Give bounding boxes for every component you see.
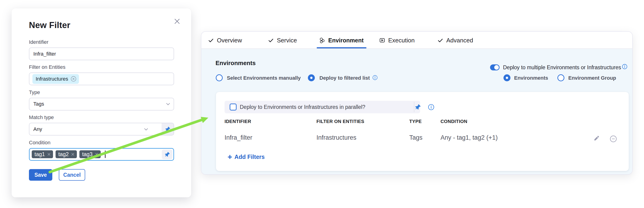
pin-icon	[164, 126, 171, 132]
identifier-label: Identifier	[29, 39, 48, 46]
pin-icon[interactable]	[414, 104, 421, 110]
condition-tag-chip: tag2 ×	[56, 150, 77, 158]
execution-icon	[379, 37, 385, 43]
col-header-identifier: IDENTIFIER	[224, 118, 251, 124]
match-type-pin-button[interactable]	[162, 123, 174, 135]
environment-group-radio-label: Environment Group	[568, 74, 616, 82]
stage-tabbar: Overview Service Environment Execution	[202, 32, 632, 49]
tab-environment[interactable]: Environment	[319, 32, 364, 49]
entities-chip-label: Infrastructures	[36, 76, 68, 82]
plus-icon: +	[228, 153, 232, 161]
stage-config-panel: Overview Service Environment Execution	[201, 31, 633, 175]
filters-card: Deploy to Environments or Infrastructure…	[216, 92, 629, 171]
check-icon	[208, 38, 214, 43]
tab-service[interactable]: Service	[268, 32, 297, 49]
row-type: Tags	[409, 134, 422, 142]
deploy-parallel-label: Deploy to Environments or Infrastructure…	[240, 104, 365, 110]
type-select[interactable]: Tags	[29, 98, 174, 110]
toggle-knob	[494, 65, 499, 70]
chevron-down-icon	[165, 101, 171, 107]
text-cursor	[105, 150, 106, 158]
deploy-to-filtered-list-label: Deploy to filtered list	[320, 74, 370, 82]
select-environments-manually-radio[interactable]	[216, 74, 223, 81]
close-icon[interactable]	[174, 18, 181, 25]
remove-tag-icon[interactable]: ×	[47, 151, 51, 157]
tab-overview[interactable]: Overview	[208, 32, 242, 49]
filter-on-entities-label: Filter on Entities	[29, 64, 66, 70]
identifier-field[interactable]: Infra_filter	[29, 48, 174, 60]
remove-chip-icon[interactable]	[70, 76, 76, 82]
identifier-value: Infra_filter	[30, 51, 56, 57]
environments-heading: Environments	[216, 60, 256, 67]
row-condition: Any - tag1, tag2 (+1)	[440, 134, 498, 142]
match-type-value: Any	[30, 126, 42, 132]
modal-title: New Filter	[29, 20, 70, 30]
check-icon	[268, 38, 274, 43]
entities-chip: Infrastructures	[32, 74, 79, 84]
condition-pin-button[interactable]	[162, 150, 172, 159]
select-environments-manually-label: Select Environments manually	[227, 74, 301, 82]
condition-field[interactable]: tag1 × tag2 × tag3 ×	[29, 148, 174, 161]
deploy-multiple-toggle[interactable]	[490, 64, 500, 70]
chevron-down-icon	[143, 126, 149, 132]
match-type-label: Match type	[29, 114, 54, 121]
add-filters-button[interactable]: + Add Filters	[228, 153, 264, 161]
match-type-value-area[interactable]: Any	[30, 123, 162, 135]
condition-label: Condition	[29, 140, 50, 146]
condition-tag-label: tag1	[34, 151, 45, 158]
tab-label: Execution	[388, 37, 414, 44]
cancel-button[interactable]: Cancel	[59, 169, 85, 181]
tab-label: Service	[277, 37, 297, 44]
tab-label: Environment	[328, 37, 364, 44]
tab-advanced[interactable]: Advanced	[438, 32, 473, 49]
edit-icon[interactable]	[593, 135, 600, 142]
info-icon[interactable]	[622, 64, 627, 69]
tab-label: Overview	[217, 37, 242, 44]
environment-group-radio[interactable]	[558, 74, 564, 81]
deploy-parallel-checkbox[interactable]	[230, 104, 236, 110]
environments-radio[interactable]	[504, 74, 510, 81]
condition-tag-label: tag2	[58, 151, 69, 158]
type-label: Type	[29, 89, 40, 96]
row-identifier: Infra_filter	[224, 134, 252, 142]
col-header-type: TYPE	[409, 118, 422, 124]
condition-tag-chip: tag3 ×	[80, 150, 101, 158]
tab-execution[interactable]: Execution	[379, 32, 414, 49]
type-value: Tags	[30, 101, 44, 107]
environment-tab-content: Environments Deploy to multiple Environm…	[202, 49, 632, 174]
environment-icon	[319, 37, 325, 43]
col-header-entities: FILTER ON ENTITIES	[316, 118, 364, 124]
active-tab-underline	[317, 47, 366, 48]
save-button[interactable]: Save	[29, 169, 52, 181]
check-icon	[438, 38, 443, 43]
add-filters-label: Add Filters	[234, 154, 265, 160]
info-icon[interactable]	[372, 75, 378, 80]
deploy-to-filtered-list-radio[interactable]	[308, 74, 315, 81]
new-filter-modal: New Filter Identifier Infra_filter Filte…	[12, 8, 191, 197]
remove-tag-icon[interactable]: ×	[95, 151, 98, 157]
condition-tag-label: tag3	[82, 151, 92, 158]
pin-icon	[164, 151, 170, 158]
remove-row-icon[interactable]	[610, 135, 617, 142]
info-icon[interactable]	[428, 104, 434, 110]
condition-tag-chip: tag1 ×	[32, 150, 53, 158]
deploy-multiple-toggle-label: Deploy to multiple Environments or Infra…	[503, 64, 621, 71]
filter-on-entities-field[interactable]: Infrastructures	[29, 72, 174, 85]
tab-label: Advanced	[446, 37, 473, 44]
row-entities: Infrastructures	[316, 134, 356, 142]
col-header-condition: CONDITION	[440, 118, 467, 124]
remove-tag-icon[interactable]: ×	[71, 151, 74, 157]
deploy-parallel-bar: Deploy to Environments or Infrastructure…	[224, 101, 420, 113]
match-type-select[interactable]: Any	[29, 123, 174, 136]
environments-radio-label: Environments	[514, 74, 548, 82]
